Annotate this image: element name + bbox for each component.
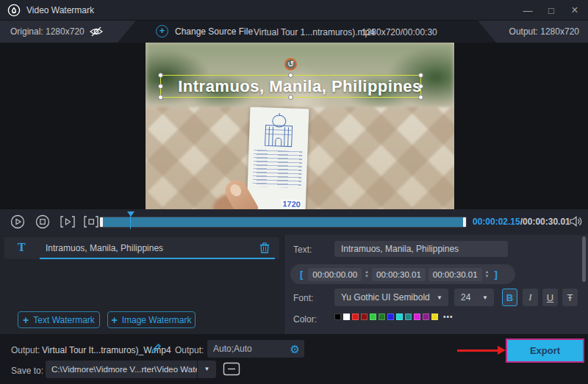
selection-handle[interactable] [158,84,163,89]
text-label: Text: [293,244,312,255]
trim-handle-left[interactable] [100,217,103,227]
color-swatch[interactable] [370,314,376,320]
selection-handle[interactable] [418,73,423,78]
watermark-item-label: Intramuos, Manila, Philippines [46,243,163,253]
italic-button[interactable]: I [523,289,538,306]
watermark-text-input[interactable] [334,241,508,257]
paper-number: 1720 [281,199,302,209]
original-resolution-tab: Original: 1280x720 [0,21,140,43]
color-swatch[interactable] [343,314,350,320]
selection-handle[interactable] [288,73,293,78]
minimize-button[interactable]: — [522,5,534,16]
video-watermark-window: Video Watermark — □ × Original: 1280x720… [0,0,588,384]
export-footer: Output: Virtual Tour It...tramuros)_W.mp… [0,334,588,384]
selection-handle[interactable] [288,95,293,100]
total-duration: /00:00:30.01 [520,217,570,227]
add-text-watermark-label: Text Watermark [33,315,95,325]
save-path-value: C:\Vidmore\Vidmore V...rter\Video Waterm… [46,365,197,374]
color-swatch[interactable] [352,314,359,320]
stop-button[interactable] [35,214,50,229]
color-swatch[interactable] [414,314,420,320]
chevron-down-icon: ▼ [482,294,494,301]
strikethrough-button[interactable]: Ŧ [562,289,578,306]
plus-icon: + [23,314,29,326]
color-swatch[interactable] [387,314,394,320]
bold-button[interactable]: B [502,289,517,306]
color-swatches: ••• [334,313,453,321]
timeline-fill [100,217,466,227]
text-watermark-type-icon: T [18,241,26,254]
font-size-value: 24 [454,292,482,303]
export-button[interactable]: Export [506,338,584,363]
bracket-close-icon: ] [492,269,500,280]
player-bar: 00:00:02.15/00:00:30.01 [0,209,588,235]
color-swatch[interactable] [405,314,412,320]
underline-button[interactable]: U [542,289,558,306]
selection-handle[interactable] [418,84,423,89]
color-swatch[interactable] [431,314,438,320]
color-swatch[interactable] [423,314,429,320]
trim-handle-right[interactable] [463,217,466,227]
plus-icon: + [111,314,117,326]
play-section-button[interactable] [59,214,74,229]
font-family-select[interactable]: Yu Gothic UI Semibold ▼ [334,289,448,306]
selection-handle[interactable] [158,95,163,100]
add-text-watermark-button[interactable]: + Text Watermark [18,311,100,328]
start-time-field[interactable]: 00:00:00.00 [308,268,362,281]
rotate-handle-icon[interactable]: ↺ [284,58,297,70]
start-time-stepper[interactable]: ▲ ▼ [365,270,369,278]
duration-stepper[interactable]: ▲ ▼ [485,270,490,278]
stop-section-button[interactable] [82,214,97,229]
thumb-nail [228,182,243,198]
color-swatch[interactable] [334,314,341,320]
text-properties-panel: Text: [ 00:00:00.00 ▲ ▼ 00:00:30.01 00:0… [284,235,588,334]
chevron-down-icon: ▼ [197,361,216,378]
color-swatch[interactable] [379,314,385,320]
selection-handle[interactable] [418,95,423,100]
title-bar: Video Watermark — □ × [0,0,588,21]
edit-pencil-icon[interactable] [151,343,162,354]
paper-text-lines [253,150,303,188]
current-time: 00:00:02.15 [473,217,520,227]
panel-scrollbar[interactable] [582,236,586,282]
output-resolution-label: Output: 1280x720 [509,26,579,37]
duration-time-field[interactable]: 00:00:30.01 [429,268,482,281]
add-image-watermark-button[interactable]: + Image Watermark [107,311,196,328]
output-resolution-tab: Output: 1280x720 [478,21,588,43]
video-preview: 1720 Intramuos, Manila, Philippines ↺ [146,43,454,209]
selection-handle[interactable] [158,73,163,78]
change-source-file-label: Change Source File [175,26,253,37]
trash-icon[interactable] [259,242,270,254]
change-source-file-button[interactable]: + Change Source File [156,25,253,37]
font-label: Font: [293,293,313,303]
play-button[interactable] [10,214,25,229]
color-swatch[interactable] [396,314,403,320]
watermark-list-panel: T Intramuos, Manila, Philippines + Text … [0,235,284,334]
color-swatch[interactable] [361,314,368,320]
watermark-list-item[interactable]: T Intramuos, Manila, Philippines [4,237,279,259]
add-image-watermark-label: Image Watermark [122,315,192,325]
watermark-selection-box[interactable] [160,75,421,98]
volume-icon[interactable] [569,215,583,228]
video-paper-ticket: 1720 [247,107,309,209]
save-path-select[interactable]: C:\Vidmore\Vidmore V...rter\Video Waterm… [46,361,216,378]
plus-circle-icon: + [156,25,168,37]
source-file-meta: 1280x720/00:00:30 [362,27,437,37]
font-size-select[interactable]: 24 ▼ [454,289,494,306]
chevron-down-icon: ▼ [437,294,448,301]
close-button[interactable]: × [569,4,581,17]
gear-icon[interactable]: ⚙ [290,344,304,355]
maximize-button[interactable]: □ [545,5,557,16]
color-label: Color: [293,314,317,325]
eye-off-icon[interactable] [88,26,104,37]
output-format-input[interactable] [207,344,290,354]
time-display: 00:00:02.15/00:00:30.01 [473,217,570,227]
more-colors-button[interactable]: ••• [443,313,453,321]
font-family-value: Yu Gothic UI Semibold [334,292,437,303]
spinner-down-icon: ▼ [485,275,490,278]
folder-icon[interactable] [223,362,240,376]
output-name-label: Output: [11,345,40,355]
end-time-field[interactable]: 00:00:30.01 [372,268,426,281]
timeline-slider[interactable] [99,217,467,228]
selected-item-underline [40,258,275,259]
